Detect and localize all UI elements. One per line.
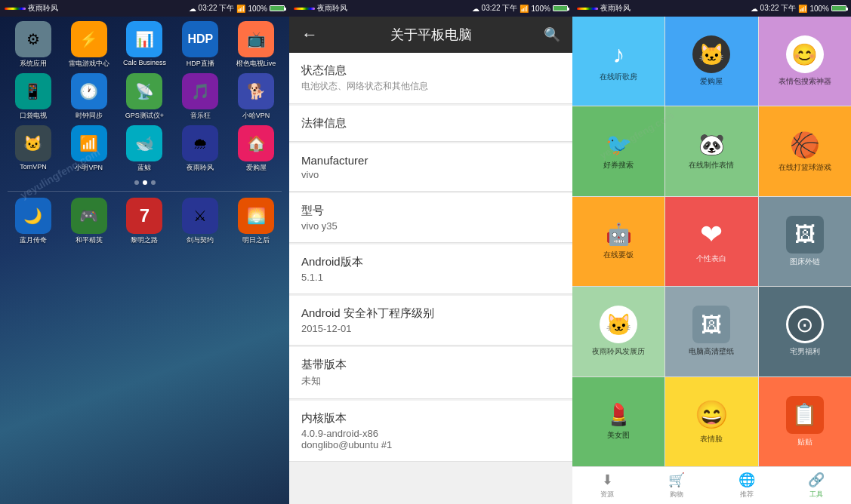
food-icon: 🤖 (606, 222, 632, 247)
page-dot-3 (151, 180, 156, 185)
coupon-icon: 🐦 (606, 132, 632, 157)
section-kernel: 内核版本 4.0.9-android-x86 donglibo@ubuntu #… (289, 401, 572, 462)
tools-icon: 🔗 (808, 472, 825, 488)
app-seven[interactable]: 7 黎明之路 (119, 198, 171, 245)
app-xiaha-label: 小哈VPN (242, 111, 270, 121)
wallpaper-link-label: 图床外链 (790, 257, 820, 267)
app-thunder[interactable]: ⚡ 雷电游戏中心 (63, 21, 115, 69)
app-gps[interactable]: 📡 GPS测试仪+ (119, 73, 171, 121)
shop-label: 购物 (670, 490, 683, 499)
nav-shop[interactable]: 🛒 购物 (642, 467, 711, 504)
app-sword[interactable]: ⚔ 剑与契约 (174, 198, 226, 245)
music-room-icon: ♪ (612, 41, 624, 69)
basketball-label: 在线打篮球游戏 (779, 162, 831, 173)
store-app-welfare[interactable]: ⊙ 宅男福利 (759, 287, 851, 376)
global-icon: 🌐 (738, 472, 755, 488)
rainbow-icon-3 (577, 8, 598, 10)
store-app-sticker[interactable]: 📋 贴贴 (759, 377, 851, 466)
section-baseband-value: 未知 (301, 374, 560, 388)
beauty-icon: 💄 (606, 402, 632, 427)
device-name-3: 夜雨聆风 (600, 3, 631, 14)
app-music[interactable]: 🎵 音乐狂 (174, 73, 226, 121)
basketball-icon: 🏀 (790, 131, 820, 159)
store-app-history[interactable]: 🐱 夜雨聆风发展历 (572, 287, 664, 376)
wallpaper-link-icon: 🖼 (786, 216, 824, 254)
battery-3: 100% (809, 5, 829, 13)
app-xiaha[interactable]: 🐕 小哈VPN (230, 73, 282, 121)
store-app-wallpaper-link[interactable]: 🖼 图床外链 (759, 197, 851, 286)
app-after-label: 明日之后 (242, 235, 270, 245)
nav-resource[interactable]: ⬇ 资源 (572, 467, 642, 504)
store-app-pc-wallpaper[interactable]: 🖼 电脑高清壁纸 (665, 287, 757, 376)
app-calc[interactable]: 📊 Calc Business (119, 21, 171, 69)
store-app-emoji-make[interactable]: 🐼 在线制作表情 (665, 106, 757, 195)
app-pocket[interactable]: 📱 口袋电视 (8, 73, 59, 121)
history-label: 夜雨聆风发展历 (592, 346, 645, 357)
signal-icon-3: 📶 (798, 5, 807, 13)
battery-2: 100% (531, 5, 550, 13)
resource-label: 资源 (600, 490, 614, 499)
store-app-confess[interactable]: ❤ 个性表白 (665, 197, 757, 286)
app-thunder-label: 雷电游戏中心 (69, 59, 109, 69)
nav-tools[interactable]: 🔗 工具 (782, 467, 851, 504)
aigo-store-label: 爱购屋 (700, 76, 723, 87)
about-content[interactable]: 状态信息 电池状态、网络状态和其他信息 法律信息 Manufacturer vi… (289, 53, 572, 504)
app-xiaoming-label: 小明VPN (75, 163, 103, 173)
status-bar-right: 夜雨聆风 ☁ 03:22 下午 📶 100% (572, 0, 851, 17)
store-app-grid: ♪ 在线听歌房 🐱 爱购屋 😊 表情包搜索神器 🐦 好券搜索 🐼 (572, 17, 851, 466)
section-kernel-value: 4.0.9-android-x86 donglibo@ubuntu #1 (301, 428, 560, 450)
store-app-coupon[interactable]: 🐦 好券搜索 (572, 106, 664, 195)
time-3: 03:22 下午 (760, 3, 797, 14)
app-whale[interactable]: 🐋 蓝鲸 (119, 125, 171, 173)
rainbow-icon-2 (294, 8, 315, 10)
battery-1: 100% (248, 5, 267, 13)
app-music-label: 音乐狂 (190, 111, 211, 121)
app-store: yeyulingfeng.com ♪ 在线听歌房 🐱 爱购屋 😊 表情包搜索神器 (572, 17, 851, 504)
app-hdp-label: HDP直播 (187, 59, 214, 69)
store-app-emoji-face[interactable]: 😄 表情脸 (665, 377, 757, 466)
store-app-beauty[interactable]: 💄 美女图 (572, 377, 664, 466)
music-room-label: 在线听歌房 (600, 72, 637, 82)
beauty-label: 美女图 (607, 430, 630, 441)
page-dot-1 (134, 180, 139, 185)
section-security-title: Android 安全补丁程序级别 (301, 306, 560, 321)
app-orange-label: 橙色电视Live (236, 59, 276, 69)
app-tom[interactable]: 🐱 TomVPN (8, 125, 59, 173)
time-1: 03:22 下午 (199, 3, 235, 14)
store-app-aigo[interactable]: 🐱 爱购屋 (665, 17, 757, 106)
store-app-music-room[interactable]: ♪ 在线听歌房 (572, 17, 664, 106)
sticker-icon: 📋 (786, 396, 824, 434)
app-system-label: 系统应用 (20, 59, 47, 69)
history-icon: 🐱 (600, 306, 637, 343)
app-aigo[interactable]: 🏠 爱购屋 (230, 125, 282, 173)
app-moon-label: 蓝月传奇 (20, 235, 47, 245)
pc-wallpaper-label: 电脑高清壁纸 (689, 346, 734, 357)
resource-icon: ⬇ (602, 472, 613, 488)
store-app-basketball[interactable]: 🏀 在线打篮球游戏 (759, 106, 851, 195)
app-xiaoming[interactable]: 📶 小明VPN (63, 125, 115, 173)
coupon-label: 好券搜索 (603, 160, 634, 171)
app-nightrain[interactable]: 🌧 夜雨聆风 (174, 125, 226, 173)
time-2: 03:22 下午 (482, 3, 518, 14)
back-button[interactable]: ← (301, 25, 318, 45)
section-legal[interactable]: 法律信息 (289, 106, 572, 142)
welfare-icon: ⊙ (786, 306, 824, 343)
store-app-emoji-search[interactable]: 😊 表情包搜索神器 (759, 17, 851, 106)
app-after[interactable]: 🌅 明日之后 (230, 198, 282, 245)
section-status[interactable]: 状态信息 电池状态、网络状态和其他信息 (289, 53, 572, 104)
store-app-food[interactable]: 🤖 在线要饭 (572, 197, 664, 286)
nav-global[interactable]: 🌐 推荐 (712, 467, 782, 504)
app-system[interactable]: ⚙ 系统应用 (8, 21, 59, 69)
section-baseband-title: 基带版本 (301, 358, 560, 372)
app-orange[interactable]: 📺 橙色电视Live (230, 21, 282, 69)
app-moon[interactable]: 🌙 蓝月传奇 (8, 198, 59, 245)
status-bar-middle: 夜雨聆风 ☁ 03:22 下午 📶 100% (289, 0, 572, 17)
app-clock[interactable]: 🕐 时钟同步 (63, 73, 115, 121)
app-peace[interactable]: 🎮 和平精英 (63, 198, 115, 245)
app-hdp[interactable]: HDP HDP直播 (174, 21, 226, 69)
search-button[interactable]: 🔍 (544, 26, 560, 43)
global-label: 推荐 (740, 490, 754, 499)
welfare-label: 宅男福利 (790, 346, 820, 357)
emoji-make-icon: 🐼 (698, 132, 725, 157)
section-status-title: 状态信息 (301, 63, 560, 78)
